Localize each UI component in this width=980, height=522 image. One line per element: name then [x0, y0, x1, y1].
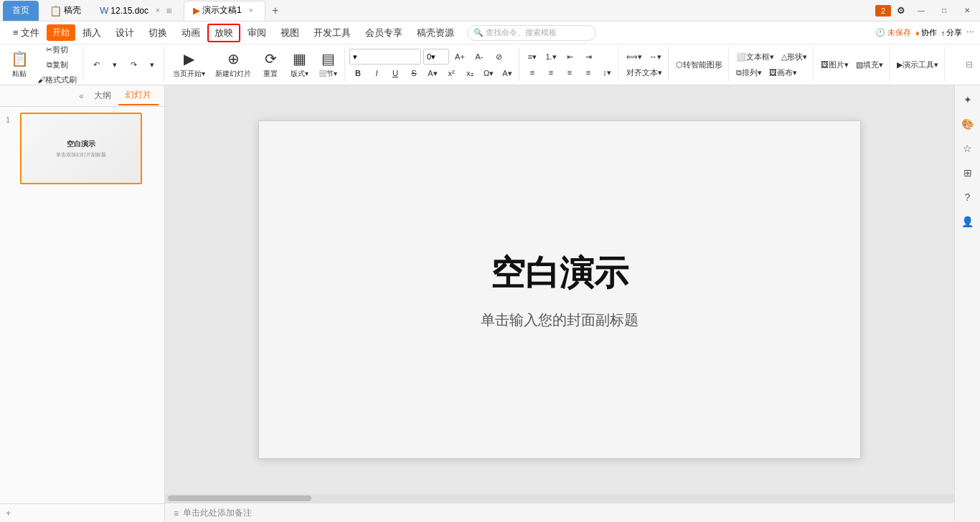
search-input[interactable]: 🔍 查找命令、搜索模板 [467, 25, 596, 41]
ribbon-tab-file[interactable]: ≡ 文件 [6, 24, 47, 42]
ribbon-collapse-button[interactable]: ⊟ [964, 58, 974, 71]
minimize-button[interactable]: — [911, 3, 931, 19]
special-char-button[interactable]: Ω▾ [480, 66, 497, 80]
reset-button[interactable]: ⟳ 重置 [257, 47, 284, 82]
font-size-increase[interactable]: A+ [451, 49, 468, 64]
canvas-scroll[interactable]: 空白演示 单击输入您的封面副标题 [165, 85, 954, 494]
tab-draft[interactable]: 📋 稿壳 [40, 1, 90, 21]
slide-thumbnail-1[interactable]: 1 空白演示 单击添加幻灯片副标题 [6, 113, 159, 184]
settings-icon[interactable]: ⚙ [894, 4, 908, 18]
slide-main-subtitle[interactable]: 单击输入您的封面副标题 [481, 310, 639, 330]
indent-decrease[interactable]: ⇤ [561, 49, 578, 64]
theme-button[interactable]: 🎨 [958, 114, 978, 134]
more-btn[interactable]: ⋯ [966, 28, 974, 37]
panel-collapse-btn[interactable]: « [76, 90, 87, 103]
canvas-button[interactable]: 🖼 画布▾ [766, 65, 800, 80]
current-page-start-button[interactable]: ▶ 当页开始▾ [169, 47, 209, 82]
notes-bar[interactable]: ≡ 单击此处添加备注 [165, 503, 954, 522]
ribbon-tab-developer[interactable]: 开发工具 [306, 24, 358, 42]
slide-canvas[interactable]: 空白演示 单击输入您的封面副标题 [258, 120, 861, 459]
upgrade-btn[interactable]: 2 [875, 5, 891, 16]
maximize-button[interactable]: □ [934, 3, 954, 19]
font-size-decrease[interactable]: A- [471, 49, 488, 64]
copy-button[interactable]: ⧉ 复制 [34, 57, 80, 72]
align-center-button[interactable]: ≡ [542, 65, 560, 80]
convert-smartart-button[interactable]: ⬡ 转智能图形 [673, 57, 725, 72]
textbox-button[interactable]: ⬜ 文本框▾ [733, 49, 777, 64]
italic-button[interactable]: I [368, 66, 385, 80]
ribbon-tab-insert[interactable]: 插入 [75, 24, 108, 42]
ribbon-tab-home[interactable]: 开始 [47, 24, 75, 41]
ribbon-tab-resources[interactable]: 稿壳资源 [410, 24, 461, 42]
redo-button[interactable]: ↷ [125, 57, 142, 72]
ai-design-button[interactable]: ✦ [958, 90, 978, 110]
tab-doc[interactable]: W 12.15.doc × ⊞ [90, 1, 184, 21]
paste-label: 粘贴 [12, 69, 27, 79]
paste-button[interactable]: 📋 粘贴 [6, 47, 33, 82]
close-button[interactable]: ✕ [957, 3, 977, 19]
slide-main-title[interactable]: 空白演示 [491, 250, 628, 296]
cut-button[interactable]: ✂ 剪切 [34, 42, 80, 57]
ribbon-tab-review[interactable]: 审阅 [240, 24, 273, 42]
font-name-selector[interactable]: ▾ [349, 49, 421, 65]
save-status[interactable]: 🕐 未保存 [875, 27, 911, 38]
align-left-button[interactable]: ≡ [524, 65, 541, 80]
right-panel-user[interactable]: 👤 [958, 212, 978, 232]
fill-button[interactable]: ▧ 填充▾ [853, 57, 886, 72]
special-char-icon: Ω▾ [484, 69, 494, 78]
format-paint-button[interactable]: 🖌 格式式刷 [34, 72, 80, 87]
strikethrough-button[interactable]: S [405, 66, 423, 80]
ribbon-tab-member[interactable]: 会员专享 [358, 24, 410, 42]
new-tab-button[interactable]: + [265, 1, 286, 21]
tab-doc-close[interactable]: × [153, 6, 163, 16]
justify-button[interactable]: ≡ [580, 65, 597, 80]
ppt-tools-button[interactable]: ▶ 演示工具▾ [894, 57, 941, 72]
underline-button[interactable]: U [387, 66, 404, 80]
ribbon-tab-transition[interactable]: 切换 [141, 24, 174, 42]
align-right-button[interactable]: ≡ [561, 65, 578, 80]
right-panel-layout[interactable]: ⊞ [958, 163, 978, 183]
add-slide-button[interactable]: + [0, 503, 164, 522]
numbering-button[interactable]: 1.▾ [542, 49, 560, 64]
font-clear[interactable]: ⊘ [490, 49, 507, 64]
arrange-button[interactable]: ⧉ 排列▾ [733, 65, 765, 80]
line-spacing2-button[interactable]: ⟺▾ [623, 49, 645, 64]
collab-btn[interactable]: ♦ 协作 [915, 27, 937, 38]
tab-doc-pin[interactable]: ⊞ [164, 6, 174, 16]
layout-button[interactable]: ▦ 版式▾ [286, 47, 313, 82]
tab-home[interactable]: 首页 [3, 1, 39, 21]
undo-dropdown[interactable]: ▾ [106, 57, 123, 72]
align-text-button[interactable]: 对齐文本▾ [623, 65, 665, 80]
image-button[interactable]: 🖼 图片▾ [818, 57, 852, 72]
bullets-button[interactable]: ≡▾ [524, 49, 541, 64]
ribbon-tab-design[interactable]: 设计 [108, 24, 141, 42]
subscript-button[interactable]: x₂ [461, 66, 479, 80]
right-panel-help[interactable]: ? [958, 187, 978, 207]
undo-button[interactable]: ↶ [88, 57, 105, 72]
slide-preview-subtitle: 单击添加幻灯片副标题 [56, 151, 106, 158]
section-button[interactable]: ▤ ▤节▾ [314, 47, 341, 82]
redo-dropdown[interactable]: ▾ [143, 57, 161, 72]
ribbon-tab-animation[interactable]: 动画 [174, 24, 207, 42]
tab-slides[interactable]: 幻灯片 [118, 86, 159, 105]
tab-ppt-close[interactable]: × [246, 6, 256, 16]
horizontal-scrollbar[interactable] [165, 494, 954, 503]
char-spacing-button[interactable]: ↔▾ [646, 49, 664, 64]
line-spacing-button[interactable]: ↕▾ [598, 65, 616, 80]
ribbon-tab-slideshow[interactable]: 放映 [207, 24, 240, 42]
new-slide-icon: ⊕ [227, 50, 240, 67]
bold-button[interactable]: B [349, 66, 367, 80]
share-btn[interactable]: ↑ 分享 [941, 27, 963, 38]
right-panel-star[interactable]: ☆ [958, 138, 978, 158]
new-slide-button[interactable]: ⊕ 新建幻灯片 [211, 47, 255, 82]
font-color-button[interactable]: A▾ [424, 66, 441, 80]
scroll-thumb-horizontal[interactable] [168, 495, 311, 501]
indent-increase[interactable]: ⇥ [580, 49, 597, 64]
tab-ppt[interactable]: ▶ 演示文稿1 × [184, 1, 265, 21]
highlight-button[interactable]: A▾ [499, 66, 516, 80]
shape-button[interactable]: △ 形状▾ [778, 49, 810, 64]
tab-outline[interactable]: 大纲 [87, 87, 118, 105]
superscript-button[interactable]: x² [443, 66, 460, 80]
ribbon-tab-view[interactable]: 视图 [273, 24, 306, 42]
font-size-selector[interactable]: 0▾ [423, 49, 449, 65]
